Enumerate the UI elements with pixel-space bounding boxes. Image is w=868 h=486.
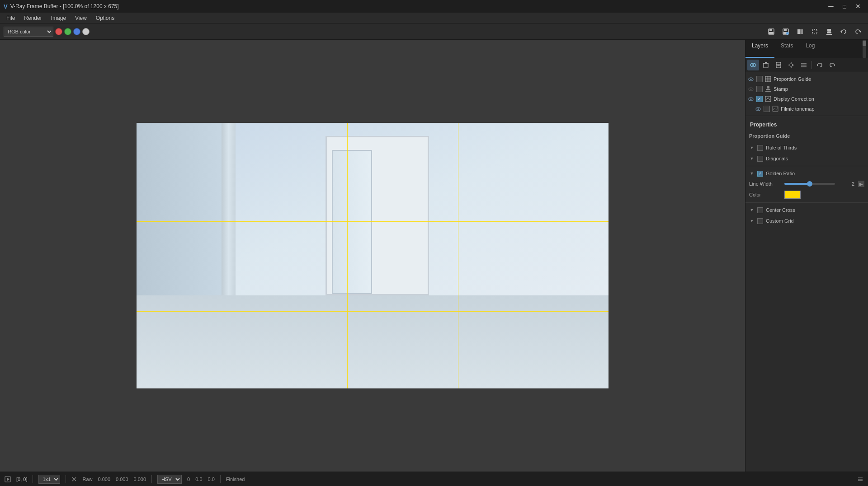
menu-options[interactable]: Options bbox=[91, 14, 119, 22]
svg-text:+: + bbox=[787, 32, 788, 35]
menu-render[interactable]: Render bbox=[19, 14, 46, 22]
color-swatch[interactable] bbox=[784, 191, 801, 199]
svg-rect-4 bbox=[784, 29, 787, 31]
menu-view[interactable]: View bbox=[71, 14, 91, 22]
prop-diagonals[interactable]: ▼ Diagonals bbox=[745, 153, 868, 164]
save-button[interactable] bbox=[765, 25, 778, 38]
layer-check-stamp[interactable] bbox=[756, 86, 763, 92]
diagonals-checkbox[interactable] bbox=[757, 156, 763, 162]
color-mode-select[interactable]: RGB color Alpha Luminance bbox=[4, 27, 53, 37]
main-area: Layers Stats Log bbox=[0, 40, 868, 472]
svg-point-48 bbox=[750, 98, 752, 100]
door-frame bbox=[326, 136, 429, 295]
svg-rect-11 bbox=[812, 29, 817, 34]
color-space-select[interactable]: HSV RGB Lab bbox=[157, 475, 182, 484]
prop-divider-1 bbox=[745, 166, 868, 166]
region-button[interactable] bbox=[808, 25, 821, 38]
redo-button[interactable] bbox=[852, 25, 864, 38]
compare-button[interactable] bbox=[794, 25, 807, 38]
blue-channel-dot[interactable] bbox=[73, 28, 80, 35]
room-left-wall bbox=[137, 123, 231, 295]
svg-rect-21 bbox=[765, 62, 767, 63]
layer-list-button[interactable] bbox=[798, 60, 810, 70]
rule-of-thirds-checkbox[interactable] bbox=[757, 145, 763, 151]
status-render-icon bbox=[5, 476, 11, 482]
custom-grid-checkbox[interactable] bbox=[757, 218, 763, 224]
svg-rect-1 bbox=[769, 29, 772, 31]
pixel-size-select[interactable]: 1x1 2x2 4x4 bbox=[38, 475, 60, 484]
window-title: V-Ray Frame Buffer - [100.0% of 1200 x 6… bbox=[10, 3, 119, 9]
room-floor bbox=[137, 295, 609, 388]
status-settings-icon[interactable] bbox=[857, 476, 863, 482]
layer-delete-button[interactable] bbox=[760, 60, 772, 70]
line-width-label: Line Width bbox=[749, 181, 781, 187]
line-width-slider[interactable] bbox=[784, 183, 835, 185]
save-corrected-button[interactable]: + bbox=[779, 25, 792, 38]
svg-rect-46 bbox=[765, 91, 771, 92]
pixel-value-r: 0.000 bbox=[98, 477, 110, 482]
svg-marker-15 bbox=[840, 30, 842, 33]
layer-merge-button[interactable] bbox=[773, 60, 784, 70]
close-button[interactable]: ✕ bbox=[852, 1, 864, 11]
custom-grid-chevron: ▼ bbox=[749, 218, 755, 224]
minimize-button[interactable]: ─ bbox=[825, 1, 837, 11]
tab-layers[interactable]: Layers bbox=[745, 40, 774, 58]
layer-check-filmic[interactable] bbox=[764, 106, 770, 112]
line-width-thumb[interactable] bbox=[807, 181, 812, 187]
undo-button[interactable] bbox=[837, 25, 850, 38]
layer-stamp[interactable]: Stamp bbox=[745, 84, 868, 94]
prop-rule-of-thirds[interactable]: ▼ Rule of Thirds bbox=[745, 142, 868, 153]
green-channel-dot[interactable] bbox=[64, 28, 71, 35]
prop-center-cross[interactable]: ▼ Center Cross bbox=[745, 205, 868, 215]
svg-point-25 bbox=[790, 64, 793, 66]
layer-eye-toggle[interactable] bbox=[747, 60, 759, 70]
prop-custom-grid[interactable]: ▼ Custom Grid bbox=[745, 215, 868, 226]
tab-stats[interactable]: Stats bbox=[774, 40, 799, 58]
menu-file[interactable]: File bbox=[2, 14, 19, 22]
layer-eye-filmic[interactable] bbox=[755, 105, 762, 112]
center-cross-chevron: ▼ bbox=[749, 207, 755, 213]
layer-redo-button[interactable] bbox=[826, 60, 838, 70]
canvas-area[interactable] bbox=[0, 40, 745, 472]
center-cross-label: Center Cross bbox=[766, 207, 795, 213]
render-viewport[interactable] bbox=[137, 123, 609, 388]
line-width-expand-button[interactable]: ▶ bbox=[858, 181, 864, 187]
panel-tabs: Layers Stats Log bbox=[745, 40, 868, 58]
layer-label-filmic: Filmic tonemap bbox=[781, 106, 815, 112]
svg-point-51 bbox=[758, 108, 759, 110]
prop-line-width-row: Line Width 2 ▶ bbox=[745, 179, 868, 189]
layer-check-proportion[interactable] bbox=[756, 76, 763, 82]
tab-log[interactable]: Log bbox=[799, 40, 821, 58]
layer-proportion-guide[interactable]: Proportion Guide bbox=[745, 74, 868, 84]
svg-rect-13 bbox=[827, 32, 831, 33]
layer-eye-stamp[interactable] bbox=[747, 85, 755, 93]
color-label: Color bbox=[749, 192, 781, 197]
center-cross-checkbox[interactable] bbox=[757, 207, 763, 213]
maximize-button[interactable]: □ bbox=[838, 1, 851, 11]
prop-section-header: Proportion Guide bbox=[745, 131, 868, 142]
layer-display-correction[interactable]: Display Correction bbox=[745, 94, 868, 104]
svg-rect-45 bbox=[766, 89, 770, 90]
layer-undo-button[interactable] bbox=[814, 60, 826, 70]
golden-ratio-checkbox[interactable] bbox=[757, 171, 763, 177]
status-divider-2 bbox=[66, 475, 66, 483]
stamp-button[interactable] bbox=[823, 25, 835, 38]
layer-label-display-correction: Display Correction bbox=[774, 96, 814, 102]
raw-mode-icon bbox=[71, 477, 77, 482]
red-channel-dot[interactable] bbox=[55, 28, 62, 35]
layer-eye-display-correction[interactable] bbox=[747, 95, 755, 103]
svg-marker-54 bbox=[7, 477, 9, 481]
svg-rect-22 bbox=[776, 62, 781, 65]
menu-image[interactable]: Image bbox=[47, 14, 71, 22]
title-bar: V V-Ray Frame Buffer - [100.0% of 1200 x… bbox=[0, 0, 868, 13]
status-divider-3 bbox=[151, 475, 152, 483]
layer-eye-proportion[interactable] bbox=[747, 75, 755, 83]
layer-check-display-correction[interactable] bbox=[756, 96, 763, 102]
white-channel-dot[interactable] bbox=[82, 28, 90, 35]
prop-color-row: Color bbox=[745, 189, 868, 201]
layer-filmic-tonemap[interactable]: Filmic tonemap bbox=[745, 104, 868, 114]
panel-scroll-indicator bbox=[863, 40, 866, 58]
toolbar-divider bbox=[811, 61, 812, 69]
prop-golden-ratio[interactable]: ▼ Golden Ratio bbox=[745, 168, 868, 179]
layer-settings-button[interactable] bbox=[785, 60, 797, 70]
